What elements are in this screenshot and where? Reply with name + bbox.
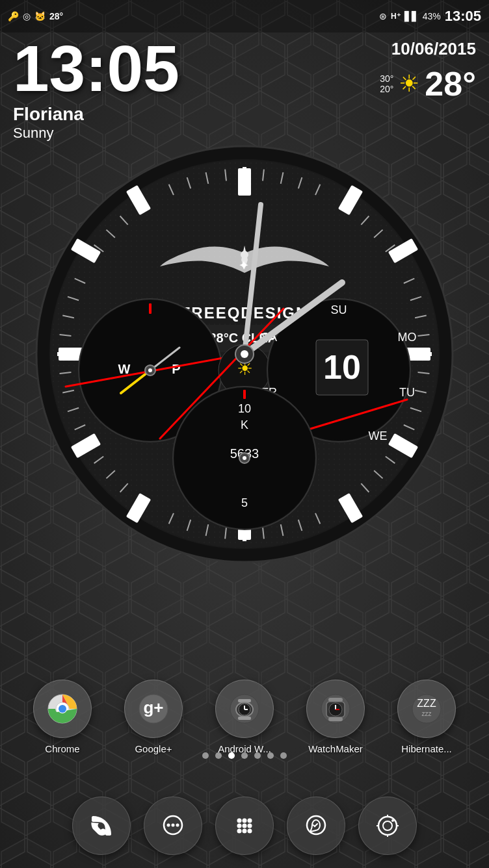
sun-icon: ☀ [399,70,419,97]
messages-button[interactable] [144,797,202,855]
app-row: Chrome g+ Google+ [23,680,466,754]
weather-current-temp: 28° [425,64,476,103]
phone-button[interactable] [72,797,131,855]
svg-point-147 [243,819,247,823]
date-text: 10/06/2015 [380,39,476,59]
apps-dock-item [215,797,274,855]
google-plus-label: Google+ [135,743,172,754]
svg-text:TU: TU [399,386,415,399]
svg-point-113 [243,456,246,460]
svg-text:K: K [241,418,248,431]
svg-rect-107 [243,390,246,399]
svg-text:10: 10 [323,348,361,386]
location-weather: Sunny [13,125,179,142]
svg-point-152 [237,829,242,834]
dot-4 [241,752,248,759]
svg-text:W: W [118,362,131,376]
svg-point-158 [391,819,394,822]
svg-text:5: 5 [241,496,248,509]
phone-dock-item [72,797,131,855]
signal-icon: ▋▋ [404,11,419,21]
dot-7 [280,752,287,759]
svg-point-145 [176,824,179,827]
svg-point-154 [248,829,252,834]
google-plus-icon: g+ [137,693,170,725]
camera-dock-item [358,797,417,855]
watchmaker-app-item: WatchMaker [297,680,375,754]
svg-point-143 [167,824,170,827]
svg-text:zzz: zzz [422,710,432,717]
weather-widget: 30° 20° ☀ 28° [380,64,476,103]
location-name: Floriana [13,104,179,125]
svg-point-156 [378,817,397,835]
svg-point-146 [237,819,242,823]
svg-point-118 [241,350,248,358]
hp-icon: H⁺ [391,12,401,21]
main-time: 13:05 [13,36,179,101]
android-wear-icon [228,693,261,725]
dot-1 [202,752,209,759]
watchmaker-icon-button[interactable] [306,680,365,738]
battery-icon: 43% [423,11,441,21]
low-temp: 20° [380,84,393,94]
status-left: 🔑 ◎ 🐱 28° [8,11,63,21]
status-temp: 28° [49,11,63,21]
whatsapp-icon [301,811,331,841]
watch-container: ✦ FREEQDESIGN 28°C CLEAR W P ☀ [30,140,459,571]
google-plus-icon-button[interactable]: g+ [124,680,183,738]
phone-icon [86,811,116,841]
google-plus-app-item: g+ Google+ [114,680,192,754]
dot-5 [254,752,261,759]
bottom-dock [0,797,489,855]
dot-3 [228,752,235,759]
svg-rect-129 [238,717,251,720]
chrome-app-item: Chrome [23,680,101,754]
key-icon: 🔑 [8,11,19,21]
target-icon: ◎ [23,11,31,21]
cat-icon: 🐱 [34,11,46,21]
hibernate-app-item: ZZZ zzz Hibernate... [388,680,466,754]
high-temp: 30° [380,73,393,84]
status-bar-time: 13:05 [445,8,481,25]
messages-dock-item [144,797,202,855]
svg-point-151 [248,824,252,828]
svg-point-77 [241,251,248,259]
messages-icon [158,811,188,841]
camera-button[interactable] [358,797,417,855]
watchmaker-icon [319,693,352,725]
app-dock: Chrome g+ Google+ [0,680,489,754]
hibernate-icon-button[interactable]: ZZZ zzz [397,680,456,738]
whatsapp-dock-item [287,797,345,855]
svg-point-148 [248,819,252,823]
svg-point-149 [237,824,242,828]
bluetooth-icon: ⊛ [379,11,387,21]
dots-indicator [202,752,287,759]
chrome-icon [46,693,79,725]
status-right: ⊛ H⁺ ▋▋ 43% 13:05 [379,8,481,25]
whatsapp-button[interactable] [287,797,345,855]
svg-text:10: 10 [238,402,251,415]
svg-rect-136 [328,717,343,721]
chrome-icon-button[interactable] [33,680,92,738]
hibernate-label: Hibernate... [401,743,452,754]
svg-text:SU: SU [330,303,347,316]
svg-text:WE: WE [369,429,388,442]
svg-text:P: P [172,362,180,376]
android-wear-icon-button[interactable] [215,680,274,738]
chrome-label: Chrome [45,743,79,754]
svg-point-157 [383,821,392,830]
date-weather: 10/06/2015 30° 20° ☀ 28° [380,39,476,103]
hibernate-icon: ZZZ zzz [410,693,443,725]
status-bar: 🔑 ◎ 🐱 28° ⊛ H⁺ ▋▋ 43% 13:05 [0,0,489,32]
svg-rect-85 [149,303,152,314]
watch-face: ✦ FREEQDESIGN 28°C CLEAR W P ☀ [30,140,459,568]
clock-display: 13:05 Floriana Sunny [13,36,179,142]
svg-point-90 [148,368,152,372]
svg-text:MO: MO [398,331,417,344]
location-info: Floriana Sunny [13,104,179,142]
camera-icon [373,811,403,841]
dot-2 [215,752,222,759]
apps-button[interactable] [215,797,274,855]
svg-rect-15 [238,168,251,196]
svg-point-144 [172,824,175,827]
